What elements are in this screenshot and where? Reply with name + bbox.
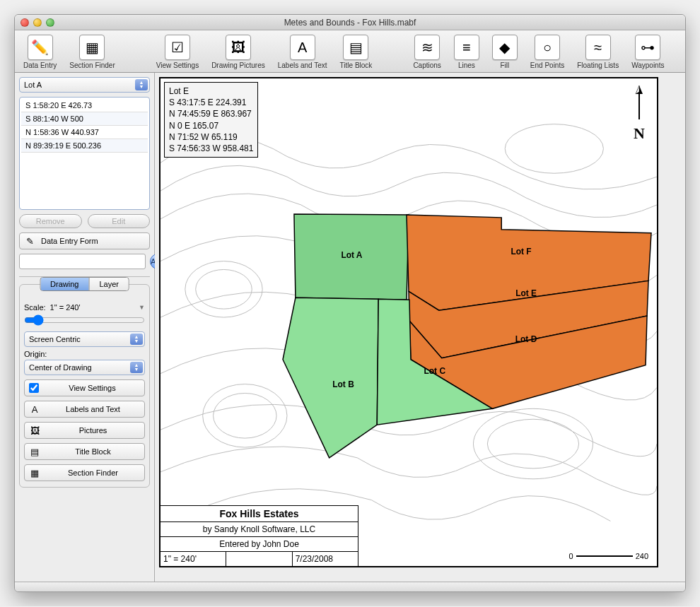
scale-slider[interactable] (24, 314, 145, 326)
toolbar: ✏️Data Entry▦Section Finder☑View Setting… (15, 30, 685, 73)
minimize-icon[interactable] (33, 18, 42, 27)
section-finder-icon: ▦ (29, 467, 40, 478)
lot-label-f: Lot F (511, 247, 532, 257)
disclosure-arrow-icon[interactable]: ▼ (139, 304, 145, 311)
compass-icon: N (629, 86, 650, 143)
drawing-canvas: Lot A Lot F Lot E Lot D Lot C Lot B Lot … (159, 77, 658, 567)
info-line: N 71:52 W 65.119 (169, 131, 253, 143)
lot-label-b: Lot B (332, 380, 354, 390)
captions-icon: ≋ (414, 35, 440, 60)
toolbar-title-block[interactable]: ▤Title Block (337, 33, 375, 71)
drawing-pictures-icon: 🖼 (226, 35, 251, 60)
titlebar: Metes and Bounds - Fox Hills.mabf (15, 15, 685, 30)
bearing-list[interactable]: S 1:58:20 E 426.73S 88:1:40 W 500N 1:58:… (19, 97, 150, 210)
app-window: Metes and Bounds - Fox Hills.mabf ✏️Data… (14, 14, 686, 592)
section-finder-icon: ▦ (79, 35, 105, 60)
setting-section-finder[interactable]: ▦Section Finder (24, 464, 145, 481)
setting-labels-and-text[interactable]: ALabels and Text (24, 401, 145, 418)
lines-icon: ≡ (454, 35, 479, 60)
lot-select[interactable]: Lot A ▲▼ (19, 77, 150, 93)
chevron-updown-icon: ▲▼ (130, 362, 143, 373)
zoom-icon[interactable] (46, 18, 54, 27)
title-block-scale: 1" = 240' (161, 552, 226, 566)
toolbar-lines[interactable]: ≡Lines (451, 33, 482, 71)
setting-view-settings[interactable]: View Settings (24, 379, 145, 396)
title-block-icon: ▤ (29, 446, 40, 457)
lot-label-c: Lot C (424, 366, 446, 376)
canvas-area[interactable]: Lot A Lot F Lot E Lot D Lot C Lot B Lot … (155, 73, 685, 582)
toolbar-floating-lists[interactable]: ≈Floating Lists (574, 33, 622, 71)
info-line: N 74:45:59 E 863.967 (169, 108, 253, 119)
labels-and-text-icon: A (29, 403, 40, 415)
origin-select[interactable]: Center of Drawing ▲▼ (24, 360, 145, 375)
info-box-title: Lot E (169, 86, 253, 97)
bearing-item[interactable]: N 1:58:36 W 440.937 (21, 126, 148, 139)
tab-layer[interactable]: Layer (88, 278, 129, 290)
scale-label: Scale: (24, 303, 46, 312)
add-input[interactable] (19, 254, 146, 269)
floating-lot-info[interactable]: Lot E S 43:17:5 E 224.391N 74:45:59 E 86… (164, 82, 258, 158)
title-block-icon: ▤ (343, 35, 368, 60)
title-block-subtitle: by Sandy Knoll Software, LLC (161, 522, 358, 537)
lot-select-value: Lot A (24, 81, 42, 89)
checkbox-icon[interactable] (29, 383, 39, 393)
status-strip (15, 582, 685, 591)
sidebar: Lot A ▲▼ S 1:58:20 E 426.73S 88:1:40 W 5… (15, 73, 155, 582)
remove-button[interactable]: Remove (19, 214, 82, 228)
bearing-item[interactable]: S 1:58:20 E 426.73 (21, 99, 148, 112)
data-entry-form-button[interactable]: ✎ Data Entry Form (19, 232, 150, 249)
edit-button[interactable]: Edit (88, 214, 151, 228)
close-icon[interactable] (21, 18, 29, 27)
origin-label: Origin: (24, 350, 145, 358)
scale-value: 1" = 240' (50, 303, 81, 312)
pictures-icon: 🖼 (29, 425, 40, 436)
toolbar-data-entry[interactable]: ✏️Data Entry (21, 33, 59, 71)
chevron-updown-icon: ▲▼ (130, 334, 143, 345)
toolbar-section-finder[interactable]: ▦Section Finder (66, 33, 117, 71)
bearing-item[interactable]: S 88:1:40 W 500 (21, 112, 148, 126)
toolbar-captions[interactable]: ≋Captions (410, 33, 443, 71)
title-block-title: Fox Hills Estates (161, 506, 358, 522)
title-block-entered-by: Entered by John Doe (161, 537, 358, 552)
info-line: S 43:17:5 E 224.391 (169, 97, 253, 108)
floating-lists-icon: ≈ (585, 35, 611, 60)
title-block-date: 7/23/2008 (293, 552, 358, 566)
end-points-icon: ○ (535, 35, 560, 60)
title-block: Fox Hills Estates by Sandy Knoll Softwar… (161, 505, 358, 566)
view-settings-icon: ☑ (165, 35, 190, 60)
pencil-icon: ✎ (24, 235, 35, 247)
toolbar-waypoints[interactable]: ⊶Waypoints (629, 33, 667, 71)
tab-drawing[interactable]: Drawing (40, 278, 88, 290)
chevron-updown-icon: ▲▼ (135, 79, 148, 90)
fill-icon: ◆ (492, 35, 518, 60)
setting-title-block[interactable]: ▤Title Block (24, 443, 145, 460)
labels-and-text-icon: A (290, 35, 315, 60)
lot-label-d: Lot D (515, 334, 537, 344)
lot-poly-b[interactable] (283, 297, 378, 458)
setting-pictures[interactable]: 🖼Pictures (24, 422, 145, 439)
bearing-item[interactable]: N 89:39:19 E 500.236 (21, 139, 148, 153)
scale-bar: 0 240 (569, 552, 648, 560)
lot-label-e: Lot E (515, 288, 537, 298)
info-line: N 0 E 165.07 (169, 120, 253, 131)
toolbar-drawing-pictures[interactable]: 🖼Drawing Pictures (209, 33, 268, 71)
toolbar-fill[interactable]: ◆Fill (489, 33, 520, 71)
title-block-mid (226, 552, 292, 566)
centering-select[interactable]: Screen Centric ▲▼ (24, 331, 145, 347)
window-title: Metes and Bounds - Fox Hills.mabf (15, 18, 685, 28)
toolbar-labels-and-text[interactable]: ALabels and Text (275, 33, 330, 71)
waypoints-icon: ⊶ (635, 35, 660, 60)
lot-label-a: Lot A (341, 250, 362, 260)
drawing-settings-group: Drawing Layer Scale: 1" = 240' ▼ Screen … (19, 284, 150, 488)
toolbar-view-settings[interactable]: ☑View Settings (153, 33, 202, 71)
data-entry-icon: ✏️ (28, 35, 53, 60)
info-line: S 74:56:33 W 958.481 (169, 143, 253, 154)
toolbar-end-points[interactable]: ○End Points (527, 33, 567, 71)
drawing-layer-tabs: Drawing Layer (40, 277, 129, 291)
